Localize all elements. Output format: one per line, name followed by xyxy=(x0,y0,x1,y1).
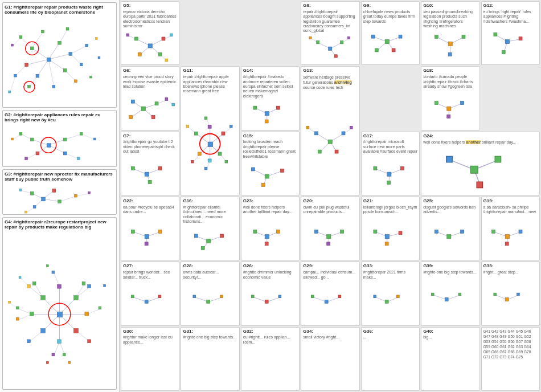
cluster-g4-text: G4: #righttorepair r2reurope restartproj… xyxy=(5,219,106,230)
svg-rect-250 xyxy=(148,180,151,183)
cluster-g22[interactable]: G22: dà pour #recyclu se apesa64 dans ca… xyxy=(121,197,179,260)
cluster-g39[interactable]: G39: #righto one big step towards... xyxy=(421,262,479,325)
svg-rect-263 xyxy=(400,166,404,170)
cluster-g12[interactable]: G12: eu brings 'right repair' rules appl… xyxy=(481,1,540,65)
cluster-g11[interactable]: G11: repair #righttorepair apple applian… xyxy=(181,66,239,195)
cluster-g39-text: #righto one big step towards... xyxy=(423,270,477,275)
svg-rect-163 xyxy=(375,48,378,52)
cluster-g24[interactable]: G24: well done fixers helpers another br… xyxy=(421,132,540,195)
cluster-g23[interactable]: G23: well done fixers helpers another br… xyxy=(241,197,300,260)
cluster-g12-svg xyxy=(483,24,538,63)
cluster-g9-label: G9: xyxy=(363,3,417,9)
cluster-g31[interactable]: G31: #righto one big step towards... xyxy=(181,327,239,391)
cluster-g33[interactable]: G33: #righttorepar 2021 firms make... xyxy=(361,262,420,325)
svg-rect-209 xyxy=(208,125,212,128)
cluster-g6-svg xyxy=(123,89,177,128)
svg-rect-162 xyxy=(392,48,395,52)
cluster-g10-label: G10: xyxy=(423,3,477,9)
cluster-g27-label: G27: xyxy=(123,264,177,269)
cluster-g18-text: #ontario #canada people #righttorepair #… xyxy=(423,75,477,89)
cluster-g21-label: G21: xyxy=(363,199,417,204)
cluster-g1-svg xyxy=(5,15,114,103)
svg-rect-309 xyxy=(447,234,451,238)
cluster-g35-svg xyxy=(483,275,538,324)
svg-rect-143 xyxy=(165,59,168,62)
cluster-g3-text: G3: #righttorepair new nproctor fix manu… xyxy=(5,172,113,182)
cluster-g35[interactable]: G35: #right... great step... xyxy=(481,262,540,325)
cluster-g26[interactable]: G26: #rightto drrimmer unlocking economi… xyxy=(241,262,300,325)
cluster-g40[interactable]: G40: big... xyxy=(421,327,479,391)
cluster-g11-text: repair #righttorepair apple appliances r… xyxy=(183,75,237,94)
cluster-g11-svg xyxy=(183,94,237,194)
cluster-g31-text: #righto one big step towards... xyxy=(183,335,237,340)
svg-rect-30 xyxy=(75,80,77,83)
svg-rect-240 xyxy=(447,107,451,111)
svg-rect-154 xyxy=(347,36,350,39)
svg-rect-276 xyxy=(131,230,134,233)
svg-line-16 xyxy=(10,76,16,92)
svg-rect-247 xyxy=(145,172,149,176)
cluster-g8-text: repair #righttorepair appliances bought … xyxy=(303,10,357,34)
svg-rect-184 xyxy=(141,107,145,111)
svg-rect-231 xyxy=(315,132,318,135)
cluster-g9[interactable]: G9: chloefayole news products great toda… xyxy=(361,1,420,65)
cluster-g40-text: big... xyxy=(423,335,477,340)
svg-rect-351 xyxy=(505,297,509,301)
cluster-g18-svg xyxy=(423,89,477,128)
cluster-g1[interactable]: G1: #righttorepair repair products waste… xyxy=(2,2,117,108)
svg-rect-230 xyxy=(328,140,332,144)
svg-rect-128 xyxy=(68,361,71,364)
svg-rect-140 xyxy=(138,53,141,56)
cluster-g36[interactable]: G36: ... xyxy=(361,327,420,391)
cluster-g25[interactable]: G25: disgust google's adwords ban advert… xyxy=(421,197,479,260)
cluster-g34[interactable]: G34: small victory #right... xyxy=(301,327,359,391)
cluster-g32[interactable]: G32: eu #rightt... rules applian... rosm… xyxy=(241,327,300,391)
cluster-g2[interactable]: G2: #righttorepair appliances rules repa… xyxy=(2,110,117,167)
svg-rect-20 xyxy=(30,47,34,50)
svg-rect-61 xyxy=(77,157,80,160)
cluster-g30[interactable]: G30: #rightor make longer last eu applia… xyxy=(121,327,179,391)
cluster-g15[interactable]: G15: looking broaden reach #righttorepai… xyxy=(241,132,300,195)
cluster-g20[interactable]: G20: ciwm eu pull plug wasteful unrepair… xyxy=(301,197,359,260)
cluster-g27[interactable]: G27: repair brings wonder... see solidar… xyxy=(121,262,179,325)
cluster-g10[interactable]: G10: #eu passed groundbreaking legislati… xyxy=(421,1,479,65)
cluster-g5[interactable]: G5: reparar victoria derecho europa part… xyxy=(121,1,179,65)
cluster-g17[interactable]: G17: #righttorepair microsoft surface ne… xyxy=(361,132,420,195)
cluster-g29[interactable]: G29: campai... individual consum... allo… xyxy=(301,262,359,325)
cluster-g18[interactable]: G18: #ontario #canada people #righttorep… xyxy=(421,66,479,130)
cluster-g9-text: chloefayole news products great today eu… xyxy=(363,10,417,24)
svg-rect-222 xyxy=(276,106,280,109)
cluster-g5-label: G5: xyxy=(123,3,177,9)
cluster-g33-text: #righttorepar 2021 firms make... xyxy=(363,270,417,280)
cluster-g13-label: G13: xyxy=(303,68,357,74)
cluster-g19[interactable]: G19: à àä äàrübbish- šà philips #rightto… xyxy=(481,197,540,260)
cluster-g35-text: #right... great step... xyxy=(483,270,538,275)
cluster-g3[interactable]: G3: #righttorepair new nproctor fix manu… xyxy=(2,169,117,215)
svg-line-252 xyxy=(267,171,282,177)
cluster-g13[interactable]: G13: software heritage preserve futur ge… xyxy=(301,66,359,195)
cluster-g12-text: eu brings 'right repair' rules appliance… xyxy=(483,10,538,24)
cluster-g26-label: G26: xyxy=(243,264,297,269)
svg-line-47 xyxy=(81,134,95,140)
cluster-g4[interactable]: G4: #righttorepair r2reurope restartproj… xyxy=(2,217,117,390)
svg-rect-58 xyxy=(11,138,14,140)
cluster-misc[interactable]: G41G42G43G44 G45G46G47G48 G49G50G51G52 G… xyxy=(481,327,540,391)
cluster-g16[interactable]: G16: #righttorepair ellanfei #circularec… xyxy=(181,197,239,260)
svg-rect-323 xyxy=(158,295,161,298)
cluster-g7-text: #righttorepair go youtube t 2 video phon… xyxy=(123,140,177,154)
cluster-g19-svg xyxy=(483,215,538,259)
svg-rect-56 xyxy=(19,132,22,135)
cluster-g21[interactable]: G21: ldilianbrogli jorgoa bloch_raym pps… xyxy=(361,197,420,260)
cluster-g6[interactable]: G6: ceomrgreen vice proud story work exp… xyxy=(121,66,179,130)
cluster-g28[interactable]: G28: owns data autocar... security!... xyxy=(181,262,239,325)
cluster-g22-text: dà pour #recyclu se apesa64 dans cadre..… xyxy=(123,205,177,215)
svg-rect-306 xyxy=(385,242,388,245)
cluster-g8[interactable]: G8: repair #righttorepair appliances bou… xyxy=(301,1,359,65)
svg-rect-262 xyxy=(374,166,377,170)
cluster-g7[interactable]: G7: #righttorepair go youtube t 2 video … xyxy=(121,132,179,195)
cluster-misc-text: G41G42G43G44 G45G46G47G48 G49G50G51G52 G… xyxy=(483,329,538,359)
svg-rect-338 xyxy=(338,295,341,298)
cluster-g29-label: G29: xyxy=(303,264,357,269)
svg-rect-326 xyxy=(207,300,210,303)
cluster-g14[interactable]: G14: #righttorepair #makedo andmore repa… xyxy=(241,66,300,130)
